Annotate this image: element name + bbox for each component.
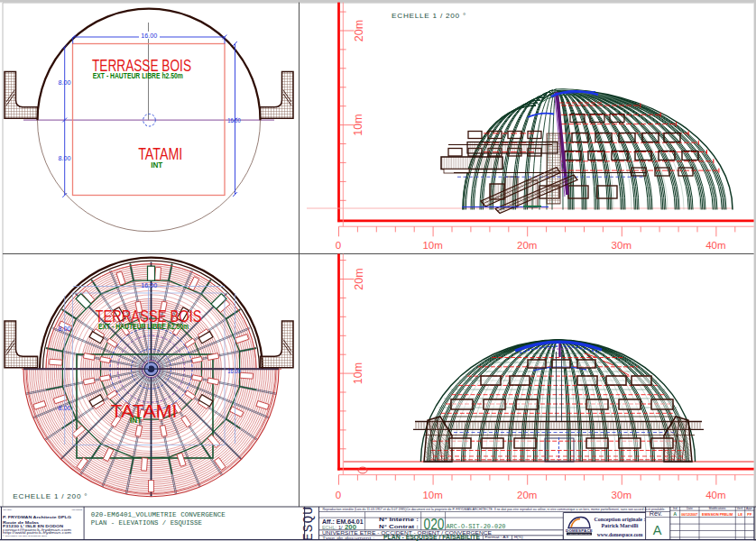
svg-text:8.00: 8.00 <box>59 78 71 87</box>
svg-text:PF: PF <box>747 513 752 517</box>
svg-text:EXT - HAUTEUR LIBRE h2.50m: EXT - HAUTEUR LIBRE h2.50m <box>93 70 183 80</box>
svg-text:ECHELLE 1 / 200 °: ECHELLE 1 / 200 ° <box>13 492 88 500</box>
svg-text:Format : A3: Format : A3 <box>485 535 510 539</box>
svg-text:A: A <box>653 523 662 537</box>
svg-text:INT: INT <box>130 415 142 425</box>
svg-text:LE: LE <box>738 513 742 517</box>
svg-text:ARCHITECTE: ARCHITECTE <box>71 509 83 510</box>
svg-text:20m: 20m <box>517 490 537 500</box>
svg-text:Conception originale :: Conception originale : <box>595 517 646 522</box>
svg-text:20m: 20m <box>353 20 365 41</box>
svg-text:TATAMI: TATAMI <box>111 401 178 421</box>
svg-text:16.00: 16.00 <box>227 367 240 375</box>
svg-text:GRAVEUR :: GRAVEUR : <box>4 509 14 510</box>
svg-text:16.00: 16.00 <box>141 32 157 40</box>
svg-text:Appr.: Appr. <box>746 507 753 510</box>
svg-text:ECHELLE 1 / 200 °: ECHELLE 1 / 200 ° <box>392 12 466 20</box>
svg-text:10m: 10m <box>353 362 365 384</box>
svg-text:Date: Date <box>687 507 693 510</box>
svg-text:8.00: 8.00 <box>59 404 71 412</box>
svg-text:DOMESPACE: DOMESPACE <box>566 528 593 533</box>
svg-text:PLAN - ELEVATIONS / ESQUISSE: PLAN - ELEVATIONS / ESQUISSE <box>91 519 202 527</box>
svg-text:0: 0 <box>336 490 341 500</box>
svg-text:40m: 40m <box>705 490 725 500</box>
svg-text:H(%): H(%) <box>514 535 523 539</box>
svg-text:INT: INT <box>151 160 162 170</box>
svg-text:10m: 10m <box>422 240 442 251</box>
svg-text:A: A <box>673 511 677 517</box>
svg-text:20m: 20m <box>353 268 365 289</box>
svg-text:8.00: 8.00 <box>59 154 71 162</box>
svg-text:8.00: 8.00 <box>59 325 71 333</box>
svg-text:© Copyright P. FRYDMAN archit: © Copyright P. FRYDMAN architecte 2007 <box>3 535 48 536</box>
svg-text:Rév.: Rév. <box>650 509 662 518</box>
svg-text:ESQU: ESQU <box>301 506 316 541</box>
svg-text:EMISSION PRELIM: EMISSION PRELIM <box>702 513 733 517</box>
svg-text:20m: 20m <box>517 240 537 251</box>
svg-text:EXT - HAUTEUR LIBRE h2.50m: EXT - HAUTEUR LIBRE h2.50m <box>98 321 189 331</box>
svg-text:06/12/2007: 06/12/2007 <box>681 513 697 517</box>
svg-text:Patrick Marsilli: Patrick Marsilli <box>602 523 639 528</box>
svg-text:40m: 40m <box>705 240 725 251</box>
svg-text:http://www.patrick-frydman.com: http://www.patrick-frydman.com <box>3 531 71 535</box>
svg-text:Ind: Ind <box>673 507 678 510</box>
svg-text:30m: 30m <box>612 490 632 500</box>
svg-text:16.00: 16.00 <box>227 116 240 124</box>
svg-text:16.00: 16.00 <box>141 281 157 289</box>
svg-text:N° Contrat :: N° Contrat : <box>379 523 419 529</box>
svg-text:www.domespace.com: www.domespace.com <box>597 532 643 537</box>
svg-text:0: 0 <box>336 240 341 251</box>
svg-text:Type de document :: Type de document : <box>322 536 374 540</box>
svg-text:10m: 10m <box>353 114 365 135</box>
svg-text:Modifications: Modifications <box>709 507 726 510</box>
svg-text:Verif.: Verif. <box>737 507 743 510</box>
svg-text:Reproduction interdite (Lois d: Reproduction interdite (Lois du 11.03.19… <box>323 508 666 511</box>
svg-text:30m: 30m <box>612 240 632 251</box>
svg-text:HABITAT SOLAIRE PIVOTANT: HABITAT SOLAIRE PIVOTANT <box>568 533 592 535</box>
svg-text:PLAN - ESQUISSE / FAISABIL: PLAN - ESQUISSE / FAISABILITE <box>383 534 481 541</box>
svg-text:N° Interne :: N° Interne : <box>379 516 419 522</box>
svg-text:F31230 L' ISLE EN DODON: F31230 L' ISLE EN DODON <box>3 525 64 528</box>
svg-text:020-EM6401_VOLUMETRIE CONVERGE: 020-EM6401_VOLUMETRIE CONVERGENCE <box>91 511 226 518</box>
svg-text:P. FRYDMAN Architecte DPLG: P. FRYDMAN Architecte DPLG <box>3 516 72 519</box>
svg-text:10m: 10m <box>422 490 442 500</box>
